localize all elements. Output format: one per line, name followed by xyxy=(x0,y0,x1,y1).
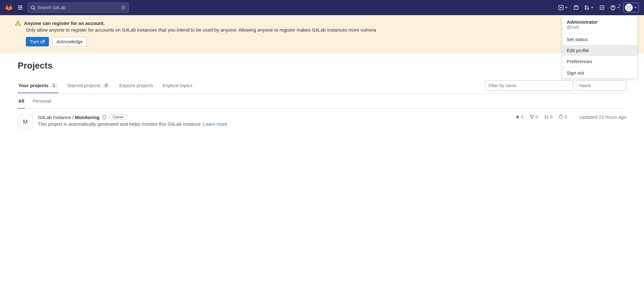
alert-title: Anyone can register for an account. xyxy=(24,21,105,26)
filter-by-name-input[interactable] xyxy=(485,80,573,91)
search-input[interactable] xyxy=(37,5,121,10)
svg-point-5 xyxy=(585,6,586,7)
fork-icon xyxy=(530,115,534,119)
registration-alert: Anyone can register for an account. Only… xyxy=(0,15,644,53)
subtab-all[interactable]: All xyxy=(18,94,25,109)
project-avatar[interactable]: M xyxy=(18,114,33,129)
project-stats: 0 0 0 0 xyxy=(515,114,567,119)
alert-body: Only allow anyone to register for accoun… xyxy=(26,27,629,33)
project-description: This project is automatically generated … xyxy=(38,121,515,127)
svg-rect-25 xyxy=(560,115,561,116)
svg-point-19 xyxy=(533,115,534,116)
issues-icon xyxy=(559,115,563,119)
svg-point-22 xyxy=(545,117,546,118)
top-navbar: / xyxy=(0,0,644,15)
stars-stat[interactable]: 0 xyxy=(515,114,523,119)
svg-point-7 xyxy=(588,8,589,9)
svg-rect-4 xyxy=(576,6,577,7)
menu-icon[interactable] xyxy=(15,3,25,13)
warning-icon xyxy=(15,20,21,26)
page-title: Projects xyxy=(18,61,626,71)
search-kbd-hint: / xyxy=(121,5,126,10)
project-name: Monitoring xyxy=(75,115,99,120)
chevron-down-icon xyxy=(634,6,637,9)
avatar xyxy=(625,4,633,11)
subtab-personal[interactable]: Personal xyxy=(32,94,52,109)
svg-point-23 xyxy=(547,117,548,118)
tab-label: Explore topics xyxy=(163,83,192,88)
svg-point-18 xyxy=(530,115,531,116)
help-button[interactable] xyxy=(608,3,622,13)
user-menu-header: Administrator @root xyxy=(562,15,637,33)
menu-sign-out[interactable]: Sign out xyxy=(562,67,637,78)
project-namespace: GitLab Instance / xyxy=(38,115,75,120)
star-icon xyxy=(515,115,520,119)
issues-icon[interactable] xyxy=(571,3,581,13)
turn-off-button[interactable]: Turn off xyxy=(26,37,49,46)
svg-point-6 xyxy=(585,8,586,9)
svg-point-11 xyxy=(627,5,628,7)
learn-more-link[interactable]: Learn more xyxy=(203,121,227,127)
tab-label: Your projects xyxy=(18,83,49,88)
search-box[interactable]: / xyxy=(28,3,129,13)
svg-point-15 xyxy=(628,7,630,9)
merge-request-icon xyxy=(584,5,589,10)
sort-label: Name xyxy=(579,83,591,88)
chevron-down-icon xyxy=(617,6,620,9)
tab-your-projects[interactable]: Your projects 1 xyxy=(18,78,58,93)
merge-requests-button[interactable] xyxy=(582,3,596,13)
tab-label: Starred projects xyxy=(67,83,101,88)
svg-point-14 xyxy=(630,9,631,10)
forks-stat[interactable]: 0 xyxy=(530,114,538,119)
acknowledge-button[interactable]: Acknowledge xyxy=(52,37,86,46)
tab-explore-topics[interactable]: Explore topics xyxy=(162,78,193,93)
merge-request-icon xyxy=(544,115,549,119)
svg-line-1 xyxy=(34,9,35,10)
tab-explore-projects[interactable]: Explore projects xyxy=(119,78,154,93)
project-tabs: Your projects 1 Starred projects 0 Explo… xyxy=(18,78,626,94)
issues-stat[interactable]: 0 xyxy=(559,114,567,119)
tab-count: 0 xyxy=(103,83,110,88)
project-path[interactable]: GitLab Instance / Monitoring xyxy=(38,115,99,120)
svg-point-12 xyxy=(630,5,631,7)
internal-visibility-icon xyxy=(102,115,107,120)
project-subtabs: All Personal xyxy=(18,94,626,109)
user-menu-dropdown: Administrator @root Set status Edit prof… xyxy=(562,15,638,79)
chevron-down-icon xyxy=(591,6,594,9)
merge-requests-stat[interactable]: 0 xyxy=(544,114,552,119)
user-menu-button[interactable] xyxy=(623,3,639,13)
tab-label: Explore projects xyxy=(119,83,153,88)
create-new-button[interactable] xyxy=(557,3,570,13)
help-icon xyxy=(610,5,616,10)
user-handle: @root xyxy=(567,25,633,30)
menu-preferences[interactable]: Preferences xyxy=(562,56,637,67)
tab-count: 1 xyxy=(50,83,58,88)
project-row: M GitLab Instance / Monitoring Owner Thi… xyxy=(18,109,626,135)
todos-icon[interactable] xyxy=(597,3,607,13)
notification-dot xyxy=(618,4,621,6)
menu-set-status[interactable]: Set status xyxy=(562,34,637,45)
plus-icon xyxy=(558,5,564,10)
search-icon xyxy=(31,5,35,10)
role-badge: Owner xyxy=(109,114,127,120)
gitlab-logo[interactable] xyxy=(5,4,13,11)
chevron-down-icon xyxy=(565,6,568,9)
svg-point-21 xyxy=(545,115,546,116)
svg-point-20 xyxy=(532,118,533,119)
svg-point-13 xyxy=(627,9,628,10)
menu-edit-profile[interactable]: Edit profile xyxy=(562,45,637,56)
sort-dropdown[interactable]: Name xyxy=(576,80,626,91)
main-content: Projects Your projects 1 Starred project… xyxy=(0,53,644,143)
project-updated: Updated 23 hours ago xyxy=(580,114,626,120)
svg-point-0 xyxy=(31,6,34,9)
svg-point-17 xyxy=(18,24,18,25)
tab-starred-projects[interactable]: Starred projects 0 xyxy=(67,78,110,93)
user-name: Administrator xyxy=(567,19,633,25)
